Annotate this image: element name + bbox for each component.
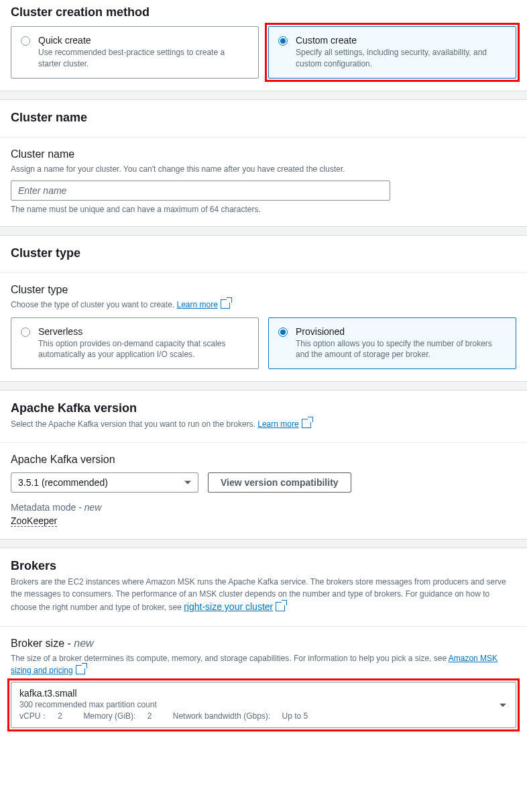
cluster-name-below-helper: The name must be unique and can have a m…: [11, 205, 516, 214]
quick-create-label: Quick create: [38, 35, 249, 46]
provisioned-option[interactable]: Provisioned This option allows you to sp…: [268, 317, 516, 370]
external-link-icon: [302, 419, 311, 428]
section-brokers-header: Brokers Brokers are the EC2 instances wh…: [0, 548, 527, 626]
kafka-version-body: Apache Kafka version 3.5.1 (recommended)…: [0, 442, 527, 539]
kafka-version-title: Apache Kafka version: [11, 401, 516, 415]
cluster-name-title: Cluster name: [11, 111, 516, 125]
divider: [0, 381, 527, 391]
broker-size-helper: The size of a broker determines its comp…: [11, 652, 516, 676]
cluster-type-helper-text: Choose the type of cluster you want to c…: [11, 300, 176, 309]
kafka-version-helper: Select the Apache Kafka version that you…: [11, 418, 516, 430]
broker-size-selected-name: kafka.t3.small: [19, 688, 495, 699]
cluster-type-learn-more-link[interactable]: Learn more: [176, 300, 229, 309]
broker-size-helper-text: The size of a broker determines its comp…: [11, 654, 449, 663]
broker-size-body: Broker size - new The size of a broker d…: [0, 626, 527, 740]
divider: [0, 91, 527, 100]
kafka-version-selected: 3.5.1 (recommended): [18, 477, 108, 488]
cluster-type-helper: Choose the type of cluster you want to c…: [11, 299, 516, 311]
divider: [0, 226, 527, 236]
metadata-mode-label: Metadata mode - new: [11, 502, 516, 513]
divider: [0, 539, 527, 548]
serverless-option[interactable]: Serverless This option provides on-deman…: [11, 317, 259, 370]
cluster-name-helper: Assign a name for your cluster. You can'…: [11, 163, 516, 175]
custom-create-label: Custom create: [296, 35, 506, 46]
brokers-title: Brokers: [11, 559, 516, 573]
view-version-compatibility-button[interactable]: View version compatibility: [208, 472, 351, 493]
broker-partition-count: 300 recommended max partition count: [19, 700, 495, 709]
broker-specs: vCPU：2 Memory (GiB): 2 Network bandwidth…: [19, 711, 495, 722]
metadata-mode-value[interactable]: ZooKeeper: [11, 515, 57, 527]
serverless-desc: This option provides on-demand capacity …: [38, 338, 249, 361]
kafka-version-learn-more-link[interactable]: Learn more: [257, 419, 310, 429]
section-cluster-type-header: Cluster type: [0, 236, 527, 272]
creation-method-title: Cluster creation method: [11, 5, 516, 19]
quick-create-desc: Use recommended best-practice settings t…: [38, 47, 249, 70]
external-link-icon: [76, 665, 85, 674]
kafka-version-helper-text: Select the Apache Kafka version that you…: [11, 419, 257, 429]
external-link-icon: [276, 602, 285, 611]
custom-create-desc: Specify all settings, including security…: [296, 47, 506, 70]
section-kafka-version-header: Apache Kafka version Select the Apache K…: [0, 391, 527, 442]
chevron-down-icon: [184, 481, 191, 485]
cluster-name-body: Cluster name Assign a name for your clus…: [0, 137, 527, 226]
radio-icon: [21, 327, 30, 337]
radio-icon: [278, 327, 288, 337]
chevron-down-icon: [500, 703, 506, 707]
broker-size-select[interactable]: kafka.t3.small 300 recommended max parti…: [11, 682, 516, 728]
cluster-type-body: Cluster type Choose the type of cluster …: [0, 272, 527, 382]
kafka-version-field-label: Apache Kafka version: [11, 454, 516, 466]
cluster-name-input[interactable]: [11, 181, 390, 201]
broker-size-label: Broker size - new: [11, 638, 516, 650]
radio-icon: [21, 36, 30, 46]
serverless-label: Serverless: [38, 326, 249, 337]
provisioned-desc: This option allows you to specify the nu…: [296, 338, 506, 361]
radio-icon: [278, 36, 288, 46]
cluster-type-title: Cluster type: [11, 246, 516, 260]
kafka-version-select[interactable]: 3.5.1 (recommended): [11, 472, 198, 493]
right-size-cluster-link[interactable]: right-size your cluster: [184, 601, 285, 612]
provisioned-label: Provisioned: [296, 326, 506, 337]
cluster-name-field-label: Cluster name: [11, 148, 516, 160]
cluster-type-field-label: Cluster type: [11, 284, 516, 296]
custom-create-option[interactable]: Custom create Specify all settings, incl…: [268, 26, 516, 79]
section-cluster-name-header: Cluster name: [0, 100, 527, 137]
brokers-helper: Brokers are the EC2 instances where Amaz…: [11, 576, 516, 614]
external-link-icon: [221, 299, 230, 309]
quick-create-option[interactable]: Quick create Use recommended best-practi…: [11, 26, 259, 79]
section-creation-method: Cluster creation method Quick create Use…: [0, 0, 527, 91]
